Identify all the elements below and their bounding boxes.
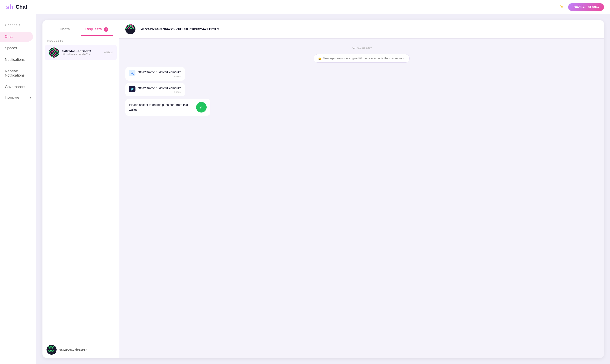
accept-button[interactable]: ✓ bbox=[196, 102, 207, 113]
svg-rect-51 bbox=[130, 24, 132, 26]
svg-rect-5 bbox=[56, 48, 58, 49]
chat-list-panel: Chats Requests 1 REQUESTS bbox=[42, 20, 119, 358]
sidebar-item-channels[interactable]: Channels bbox=[0, 20, 33, 30]
request-preview: https://iframe.huddle01.c... bbox=[62, 53, 101, 56]
svg-rect-37 bbox=[48, 346, 49, 347]
svg-rect-64 bbox=[128, 28, 129, 29]
svg-rect-54 bbox=[125, 26, 127, 27]
svg-rect-60 bbox=[129, 27, 130, 28]
chat-tabs: Chats Requests 1 bbox=[42, 20, 119, 36]
svg-marker-67 bbox=[131, 87, 134, 91]
svg-rect-50 bbox=[129, 24, 130, 26]
svg-rect-3 bbox=[53, 48, 54, 49]
main-content: Chats Requests 1 REQUESTS bbox=[36, 14, 610, 364]
svg-rect-1 bbox=[49, 48, 50, 49]
sidebar-item-governance[interactable]: Governance bbox=[0, 82, 33, 92]
sidebar-item-incentives[interactable]: Incentives ▾ bbox=[0, 93, 36, 101]
svg-rect-10 bbox=[55, 49, 56, 50]
main-layout: Channels Chat Spaces Notifications Recei… bbox=[0, 14, 610, 364]
message-content: https://iframe.huddle01.com/luka 6:58AM bbox=[129, 86, 181, 94]
chat-header: 0x872449c44937f6Ac266cbBCDCb189B25AcEBb9… bbox=[119, 20, 604, 39]
chat-contact-name: 0x872449c44937f6Ac266cbBCDCb189B25AcEBb9… bbox=[139, 27, 219, 31]
sidebar-item-receive-notifications[interactable]: Receive Notifications bbox=[0, 66, 33, 80]
svg-rect-61 bbox=[132, 27, 133, 28]
svg-rect-27 bbox=[57, 54, 58, 55]
translate-icon bbox=[129, 70, 136, 76]
svg-rect-21 bbox=[53, 52, 54, 54]
profile-avatar bbox=[46, 345, 57, 355]
svg-rect-48 bbox=[125, 24, 127, 26]
svg-rect-18 bbox=[54, 51, 55, 52]
svg-rect-2 bbox=[50, 48, 51, 49]
svg-rect-22 bbox=[55, 52, 56, 54]
svg-rect-44 bbox=[53, 350, 54, 351]
svg-rect-12 bbox=[50, 50, 51, 51]
svg-rect-43 bbox=[50, 350, 52, 351]
request-info: 0x872449...cEBb9E9 https://iframe.huddle… bbox=[62, 49, 101, 56]
svg-rect-42 bbox=[48, 350, 49, 351]
message-text: https://iframe.huddle01.com/luka bbox=[137, 86, 181, 91]
svg-rect-8 bbox=[52, 49, 53, 50]
svg-rect-56 bbox=[130, 26, 132, 27]
profile-section[interactable]: 0xa26C0C...d0E0967 bbox=[42, 341, 119, 358]
lock-icon: 🔒 bbox=[318, 57, 321, 60]
sidebar: Channels Chat Spaces Notifications Recei… bbox=[0, 14, 36, 364]
svg-rect-63 bbox=[125, 28, 127, 29]
checkmark-icon: ✓ bbox=[199, 104, 203, 110]
request-list-item[interactable]: 0x872449...cEBb9E9 https://iframe.huddle… bbox=[45, 45, 117, 60]
wallet-address-badge[interactable]: 0xa26C.....0E0967 bbox=[568, 3, 604, 11]
svg-rect-33 bbox=[52, 56, 53, 58]
chevron-down-icon: ▾ bbox=[30, 96, 31, 99]
sidebar-item-chat[interactable]: Chat bbox=[0, 32, 33, 42]
chat-view: 0x872449c44937f6Ac266cbBCDCb189B25AcEBb9… bbox=[119, 20, 604, 358]
theme-toggle-icon[interactable]: ☀ bbox=[559, 4, 564, 10]
request-time: 6:58AM bbox=[104, 51, 113, 54]
profile-name: 0xa26C0C...d0E0967 bbox=[59, 348, 87, 351]
sidebar-item-notifications[interactable]: Notifications bbox=[0, 55, 33, 65]
svg-rect-46 bbox=[52, 351, 53, 352]
chat-container: Chats Requests 1 REQUESTS bbox=[42, 20, 604, 358]
app-logo: sh bbox=[6, 3, 14, 11]
requests-section-label: REQUESTS bbox=[42, 36, 119, 44]
svg-rect-41 bbox=[52, 347, 53, 349]
svg-rect-31 bbox=[58, 55, 59, 56]
svg-rect-65 bbox=[130, 28, 132, 29]
svg-rect-57 bbox=[132, 26, 133, 27]
svg-rect-59 bbox=[127, 27, 128, 28]
message-text: https://iframe.huddle01.com/luka bbox=[137, 70, 181, 75]
svg-rect-29 bbox=[53, 55, 54, 56]
svg-rect-15 bbox=[57, 50, 58, 51]
svg-rect-32 bbox=[49, 56, 50, 58]
chat-contact-avatar bbox=[125, 24, 136, 34]
header-actions: ☀ 0xa26C.....0E0967 bbox=[559, 3, 604, 11]
svg-rect-35 bbox=[57, 56, 58, 58]
svg-rect-25 bbox=[52, 54, 53, 55]
svg-rect-39 bbox=[53, 346, 54, 347]
svg-rect-30 bbox=[55, 55, 56, 56]
accept-bubble: Please accept to enable push chat from t… bbox=[125, 99, 210, 116]
tab-requests[interactable]: Requests 1 bbox=[81, 24, 113, 36]
svg-rect-34 bbox=[54, 56, 55, 58]
chat-messages: Sun Dec 04 2022 🔒 Messages are not encry… bbox=[119, 39, 604, 358]
message-time: 6:58AM bbox=[137, 91, 181, 93]
svg-rect-11 bbox=[58, 49, 59, 50]
sidebar-item-spaces[interactable]: Spaces bbox=[0, 43, 33, 53]
svg-rect-26 bbox=[54, 54, 55, 55]
svg-rect-53 bbox=[134, 24, 135, 26]
svg-rect-17 bbox=[52, 51, 53, 52]
app-header: sh Chat ☀ 0xa26C.....0E0967 bbox=[0, 0, 610, 14]
svg-rect-24 bbox=[49, 54, 50, 55]
date-divider: Sun Dec 04 2022 bbox=[125, 45, 598, 52]
request-avatar bbox=[49, 48, 59, 58]
svg-rect-38 bbox=[50, 346, 52, 347]
message-time: 6:58AM bbox=[137, 75, 181, 78]
request-name: 0x872449...cEBb9E9 bbox=[62, 49, 101, 53]
svg-rect-16 bbox=[49, 51, 50, 52]
svg-rect-49 bbox=[127, 24, 128, 26]
tab-chats[interactable]: Chats bbox=[49, 24, 81, 36]
svg-rect-28 bbox=[50, 55, 51, 56]
message-bubble: https://iframe.huddle01.com/luka 6:58AM bbox=[125, 67, 185, 81]
accept-text: Please accept to enable push chat from t… bbox=[129, 103, 193, 112]
push-icon bbox=[129, 86, 136, 92]
svg-rect-14 bbox=[55, 50, 56, 51]
